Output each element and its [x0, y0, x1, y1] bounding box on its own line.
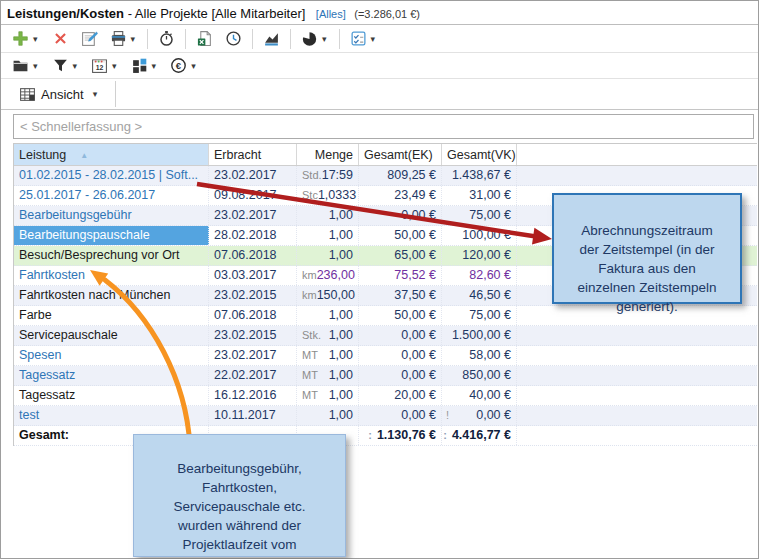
chevron-down-icon[interactable]: ▾	[91, 89, 100, 99]
timer-button[interactable]	[152, 27, 181, 51]
leistung-name: Bearbeitungspauschale	[19, 228, 150, 242]
vk-value: 31,00 €	[469, 186, 511, 205]
table-row[interactable]: 01.02.2015 - 28.02.2015 | Soft...23.02.2…	[14, 166, 757, 186]
quick-entry-area	[1, 110, 758, 139]
calendar-icon: 12	[91, 57, 108, 74]
column-header-gesamt-vk[interactable]: Gesamt(VK)	[442, 144, 517, 165]
cell-leistung: 01.02.2015 - 28.02.2015 | Soft...	[14, 166, 209, 185]
cell-gesamt-ek: 0,00 €	[359, 346, 442, 365]
time-entries-button[interactable]	[219, 27, 248, 51]
area-chart-icon	[263, 30, 280, 47]
column-header-leistung[interactable]: Leistung▲	[14, 144, 209, 165]
table-row[interactable]: Spesen23.02.2017MT1,000,00 €58,00 €	[14, 346, 757, 366]
chevron-down-icon[interactable]: ▾	[150, 61, 159, 71]
menge-value: 150,00	[317, 286, 355, 305]
callout-recorded-costs: Bearbeitungsgebühr, Fahrtkosten, Service…	[133, 434, 346, 557]
sum-icon: :	[368, 426, 372, 445]
leistung-name: Tagessatz	[19, 368, 75, 382]
pie-chart-icon	[301, 30, 318, 47]
cell-erbracht: 23.02.2017	[209, 206, 297, 225]
column-header-menge[interactable]: Menge	[297, 144, 359, 165]
close-icon	[52, 30, 69, 47]
warn-icon: !	[446, 406, 449, 425]
cell-gesamt-vk: 120,00 €	[442, 246, 517, 265]
cell-gesamt-ek: 0,00 €	[359, 366, 442, 385]
chevron-down-icon[interactable]: ▾	[189, 61, 198, 71]
cell-gesamt-vk: 82,60 €	[442, 266, 517, 285]
cell-menge: Stk.1,00	[297, 326, 359, 345]
leistung-name: Fahrtkosten nach München	[19, 288, 170, 302]
edit-button[interactable]	[75, 27, 104, 51]
unit-label: Stc	[302, 186, 318, 205]
window-title: Leistungen/Kosten	[7, 6, 124, 21]
chevron-down-icon[interactable]: ▾	[71, 61, 80, 71]
table-header: Leistung▲ Erbracht Menge Gesamt(EK) Gesa…	[14, 143, 757, 166]
window-subtitle: - Alle Projekte [Alle Mitarbeiter]	[124, 6, 305, 21]
delete-button[interactable]	[46, 27, 75, 51]
filter-button[interactable]: ▾	[46, 54, 86, 78]
unit-label: km	[302, 286, 317, 305]
ansicht-label: Ansicht	[41, 87, 84, 102]
quick-entry-input[interactable]	[13, 114, 754, 139]
unit-label: MT	[302, 346, 318, 365]
cell-gesamt-vk: !0,00 €	[442, 406, 517, 425]
cell-leistung: Fahrtkosten nach München	[14, 286, 209, 305]
cell-menge: km236,00	[297, 266, 359, 285]
titlebar: Leistungen/Kosten - Alle Projekte [Alle …	[1, 1, 758, 25]
column-header-erbracht[interactable]: Erbracht	[209, 144, 297, 165]
leistung-name: test	[19, 408, 39, 422]
column-header-gesamt-ek[interactable]: Gesamt(EK)	[359, 144, 442, 165]
cell-menge: 1,00	[297, 306, 359, 325]
cell-leistung: Bearbeitungspauschale	[14, 226, 209, 245]
cell-gesamt-ek: 65,00 €	[359, 246, 442, 265]
chevron-down-icon[interactable]: ▾	[31, 61, 40, 71]
stopwatch-icon	[158, 30, 175, 47]
cell-menge: 1,00	[297, 406, 359, 425]
cell-gesamt-vk: 46,50 €	[442, 286, 517, 305]
sort-ascending-icon: ▲	[80, 151, 88, 160]
chevron-down-icon[interactable]: ▾	[129, 34, 138, 44]
table-row[interactable]: Tagessatz16.12.2016MT1,0020,00 €40,00 €	[14, 386, 757, 406]
chevron-down-icon[interactable]: ▾	[31, 34, 40, 44]
toolbar-separator	[252, 29, 253, 49]
table-row[interactable]: test10.11.20171,000,00 €!0,00 €	[14, 406, 757, 426]
cell-leistung: Tagessatz	[14, 366, 209, 385]
chevron-down-icon[interactable]: ▾	[110, 61, 119, 71]
chevron-down-icon[interactable]: ▾	[369, 34, 378, 44]
menge-value: 1,00	[329, 386, 353, 405]
vk-value: 40,00 €	[469, 386, 511, 405]
plus-icon	[12, 30, 29, 47]
currency-button[interactable]: €▾	[164, 54, 204, 78]
cell-erbracht: 07.06.2018	[209, 306, 297, 325]
tasks-button[interactable]: ▾	[344, 27, 384, 51]
column-label: Leistung	[19, 148, 66, 162]
cell-erbracht: 28.02.2018	[209, 226, 297, 245]
menge-value: 1,00	[329, 346, 353, 365]
toolbar-separator	[115, 81, 116, 107]
table-row[interactable]: Servicepauschale23.02.2015Stk.1,000,00 €…	[14, 326, 757, 346]
cell-gesamt-ek: 20,00 €	[359, 386, 442, 405]
statistics-button[interactable]: ▾	[295, 27, 335, 51]
report-chart-button[interactable]	[257, 27, 286, 51]
column-header-filler	[517, 144, 757, 165]
cell-gesamt-vk: 31,00 €	[442, 186, 517, 205]
table-row[interactable]: Tagessatz22.02.2017MT1,000,00 €850,00 €	[14, 366, 757, 386]
filter-scope-badge[interactable]: [Alles]	[316, 8, 346, 20]
chevron-down-icon[interactable]: ▾	[320, 34, 329, 44]
cell-gesamt-ek: 50,00 €	[359, 306, 442, 325]
ansicht-button[interactable]: Ansicht ▾	[13, 82, 105, 106]
project-folder-button[interactable]: ▾	[6, 54, 46, 78]
unit-label: km	[302, 266, 317, 285]
print-button[interactable]: ▾	[104, 27, 144, 51]
grouping-button[interactable]: ▾	[125, 54, 165, 78]
date-range-button[interactable]: 12▾	[85, 54, 125, 78]
menge-value: 17:59	[322, 166, 353, 185]
excel-export-button[interactable]	[190, 27, 219, 51]
vk-value: 1.500,00 €	[452, 326, 511, 345]
cell-filler	[517, 166, 757, 185]
cell-gesamt-vk: 40,00 €	[442, 386, 517, 405]
funnel-icon	[52, 57, 69, 74]
add-button[interactable]: ▾	[6, 27, 46, 51]
cell-filler	[517, 366, 757, 385]
vk-value: 100,00 €	[462, 226, 511, 245]
